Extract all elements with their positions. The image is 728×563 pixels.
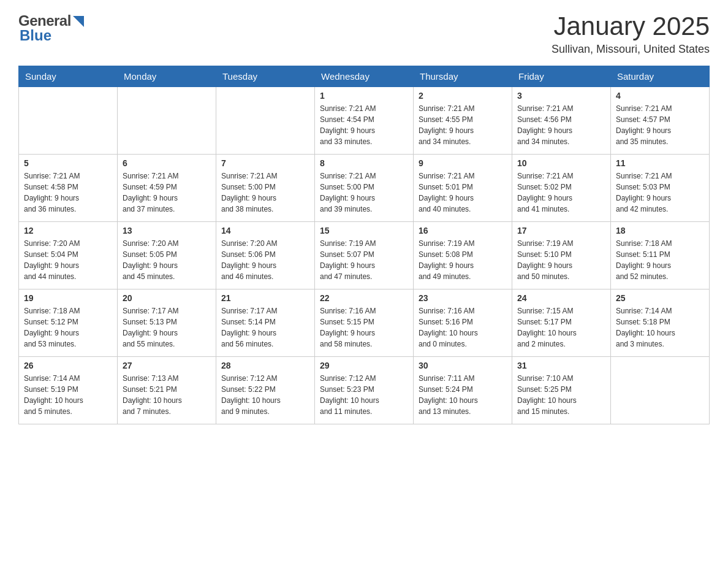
day-number: 5 xyxy=(24,158,112,168)
calendar-cell: 6Sunrise: 7:21 AM Sunset: 4:59 PM Daylig… xyxy=(118,155,216,222)
day-number: 6 xyxy=(123,158,211,168)
calendar-body: 1Sunrise: 7:21 AM Sunset: 4:54 PM Daylig… xyxy=(19,87,710,424)
day-number: 27 xyxy=(123,361,211,370)
calendar-week-5: 26Sunrise: 7:14 AM Sunset: 5:19 PM Dayli… xyxy=(19,357,710,424)
day-info: Sunrise: 7:18 AM Sunset: 5:12 PM Dayligh… xyxy=(24,305,112,350)
day-info: Sunrise: 7:19 AM Sunset: 5:08 PM Dayligh… xyxy=(419,238,507,282)
calendar-cell: 5Sunrise: 7:21 AM Sunset: 4:58 PM Daylig… xyxy=(19,155,118,222)
calendar-cell: 21Sunrise: 7:17 AM Sunset: 5:14 PM Dayli… xyxy=(216,289,315,357)
calendar-cell: 9Sunrise: 7:21 AM Sunset: 5:01 PM Daylig… xyxy=(414,155,512,222)
day-number: 15 xyxy=(320,226,408,236)
day-number: 19 xyxy=(24,293,112,303)
day-number: 17 xyxy=(517,226,605,236)
day-number: 25 xyxy=(616,293,704,303)
day-number: 31 xyxy=(517,361,605,370)
svg-marker-0 xyxy=(73,16,84,27)
day-info: Sunrise: 7:20 AM Sunset: 5:06 PM Dayligh… xyxy=(221,238,309,282)
day-number: 8 xyxy=(320,158,408,168)
day-info: Sunrise: 7:10 AM Sunset: 5:25 PM Dayligh… xyxy=(517,373,605,417)
day-info: Sunrise: 7:21 AM Sunset: 4:56 PM Dayligh… xyxy=(517,103,605,147)
day-number: 1 xyxy=(320,91,408,101)
calendar-cell xyxy=(216,87,315,155)
day-info: Sunrise: 7:21 AM Sunset: 5:00 PM Dayligh… xyxy=(320,170,408,215)
logo-arrow-icon xyxy=(73,16,84,27)
day-number: 16 xyxy=(419,226,507,236)
day-number: 3 xyxy=(517,91,605,101)
calendar-week-1: 1Sunrise: 7:21 AM Sunset: 4:54 PM Daylig… xyxy=(19,87,710,155)
calendar-cell: 10Sunrise: 7:21 AM Sunset: 5:02 PM Dayli… xyxy=(512,155,611,222)
calendar-cell: 25Sunrise: 7:14 AM Sunset: 5:18 PM Dayli… xyxy=(611,289,710,357)
day-number: 24 xyxy=(517,293,605,303)
day-info: Sunrise: 7:20 AM Sunset: 5:04 PM Dayligh… xyxy=(24,238,112,282)
calendar-cell: 19Sunrise: 7:18 AM Sunset: 5:12 PM Dayli… xyxy=(19,289,118,357)
day-info: Sunrise: 7:16 AM Sunset: 5:16 PM Dayligh… xyxy=(419,305,507,350)
day-info: Sunrise: 7:21 AM Sunset: 4:59 PM Dayligh… xyxy=(123,170,211,215)
calendar-week-3: 12Sunrise: 7:20 AM Sunset: 5:04 PM Dayli… xyxy=(19,222,710,289)
calendar-cell: 3Sunrise: 7:21 AM Sunset: 4:56 PM Daylig… xyxy=(512,87,611,155)
calendar-cell: 12Sunrise: 7:20 AM Sunset: 5:04 PM Dayli… xyxy=(19,222,118,289)
calendar-cell: 2Sunrise: 7:21 AM Sunset: 4:55 PM Daylig… xyxy=(414,87,512,155)
day-number: 4 xyxy=(616,91,704,101)
day-info: Sunrise: 7:13 AM Sunset: 5:21 PM Dayligh… xyxy=(123,373,211,417)
day-number: 26 xyxy=(24,361,112,370)
day-number: 9 xyxy=(419,158,507,168)
day-number: 29 xyxy=(320,361,408,370)
day-info: Sunrise: 7:19 AM Sunset: 5:07 PM Dayligh… xyxy=(320,238,408,282)
day-info: Sunrise: 7:14 AM Sunset: 5:19 PM Dayligh… xyxy=(24,373,112,417)
calendar-cell: 27Sunrise: 7:13 AM Sunset: 5:21 PM Dayli… xyxy=(118,357,216,424)
calendar-cell: 17Sunrise: 7:19 AM Sunset: 5:10 PM Dayli… xyxy=(512,222,611,289)
header-row: SundayMondayTuesdayWednesdayThursdayFrid… xyxy=(19,66,710,87)
day-info: Sunrise: 7:17 AM Sunset: 5:14 PM Dayligh… xyxy=(221,305,309,350)
day-info: Sunrise: 7:17 AM Sunset: 5:13 PM Dayligh… xyxy=(123,305,211,350)
calendar-cell: 20Sunrise: 7:17 AM Sunset: 5:13 PM Dayli… xyxy=(118,289,216,357)
calendar-cell: 30Sunrise: 7:11 AM Sunset: 5:24 PM Dayli… xyxy=(414,357,512,424)
day-info: Sunrise: 7:21 AM Sunset: 4:58 PM Dayligh… xyxy=(24,170,112,215)
calendar-cell: 11Sunrise: 7:21 AM Sunset: 5:03 PM Dayli… xyxy=(611,155,710,222)
calendar-cell xyxy=(19,87,118,155)
calendar-table: SundayMondayTuesdayWednesdayThursdayFrid… xyxy=(18,66,710,424)
calendar-cell: 1Sunrise: 7:21 AM Sunset: 4:54 PM Daylig… xyxy=(315,87,414,155)
day-number: 10 xyxy=(517,158,605,168)
month-title: January 2025 xyxy=(552,12,710,40)
header-cell-saturday: Saturday xyxy=(611,66,710,87)
calendar-cell xyxy=(611,357,710,424)
day-number: 20 xyxy=(123,293,211,303)
day-number: 2 xyxy=(419,91,507,101)
header-cell-wednesday: Wednesday xyxy=(315,66,414,87)
day-number: 7 xyxy=(221,158,309,168)
calendar-week-4: 19Sunrise: 7:18 AM Sunset: 5:12 PM Dayli… xyxy=(19,289,710,357)
day-info: Sunrise: 7:14 AM Sunset: 5:18 PM Dayligh… xyxy=(616,305,704,350)
page-header: General Blue January 2025 Sullivan, Miss… xyxy=(18,12,710,56)
header-cell-monday: Monday xyxy=(118,66,216,87)
calendar-cell: 4Sunrise: 7:21 AM Sunset: 4:57 PM Daylig… xyxy=(611,87,710,155)
day-number: 18 xyxy=(616,226,704,236)
calendar-header: SundayMondayTuesdayWednesdayThursdayFrid… xyxy=(19,66,710,87)
day-info: Sunrise: 7:21 AM Sunset: 5:03 PM Dayligh… xyxy=(616,170,704,215)
calendar-cell: 18Sunrise: 7:18 AM Sunset: 5:11 PM Dayli… xyxy=(611,222,710,289)
day-info: Sunrise: 7:21 AM Sunset: 5:02 PM Dayligh… xyxy=(517,170,605,215)
calendar-cell: 14Sunrise: 7:20 AM Sunset: 5:06 PM Dayli… xyxy=(216,222,315,289)
day-number: 23 xyxy=(419,293,507,303)
day-info: Sunrise: 7:20 AM Sunset: 5:05 PM Dayligh… xyxy=(123,238,211,282)
day-number: 22 xyxy=(320,293,408,303)
calendar-cell: 16Sunrise: 7:19 AM Sunset: 5:08 PM Dayli… xyxy=(414,222,512,289)
logo: General Blue xyxy=(18,12,84,44)
day-number: 13 xyxy=(123,226,211,236)
calendar-cell: 13Sunrise: 7:20 AM Sunset: 5:05 PM Dayli… xyxy=(118,222,216,289)
day-info: Sunrise: 7:11 AM Sunset: 5:24 PM Dayligh… xyxy=(419,373,507,417)
day-info: Sunrise: 7:12 AM Sunset: 5:22 PM Dayligh… xyxy=(221,373,309,417)
day-info: Sunrise: 7:21 AM Sunset: 4:55 PM Dayligh… xyxy=(419,103,507,147)
calendar-cell: 7Sunrise: 7:21 AM Sunset: 5:00 PM Daylig… xyxy=(216,155,315,222)
title-block: January 2025 Sullivan, Missouri, United … xyxy=(552,12,710,56)
day-number: 21 xyxy=(221,293,309,303)
day-info: Sunrise: 7:16 AM Sunset: 5:15 PM Dayligh… xyxy=(320,305,408,350)
calendar-cell: 26Sunrise: 7:14 AM Sunset: 5:19 PM Dayli… xyxy=(19,357,118,424)
day-number: 14 xyxy=(221,226,309,236)
header-cell-friday: Friday xyxy=(512,66,611,87)
day-number: 11 xyxy=(616,158,704,168)
calendar-cell: 24Sunrise: 7:15 AM Sunset: 5:17 PM Dayli… xyxy=(512,289,611,357)
logo-blue-text: Blue xyxy=(18,27,84,44)
calendar-cell: 28Sunrise: 7:12 AM Sunset: 5:22 PM Dayli… xyxy=(216,357,315,424)
day-info: Sunrise: 7:19 AM Sunset: 5:10 PM Dayligh… xyxy=(517,238,605,282)
day-info: Sunrise: 7:21 AM Sunset: 5:00 PM Dayligh… xyxy=(221,170,309,215)
